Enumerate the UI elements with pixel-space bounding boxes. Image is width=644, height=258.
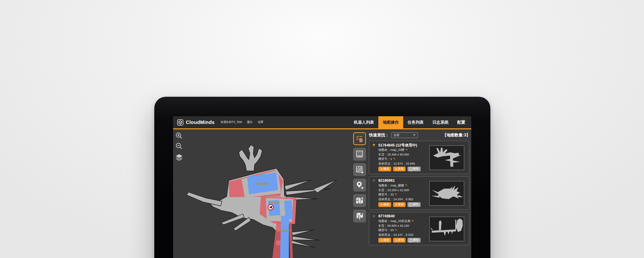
cloudminds-logo-icon xyxy=(177,119,183,126)
edit-pencil-icon: ✎ xyxy=(395,203,397,206)
field-label: 坐标原点： xyxy=(378,162,393,165)
map-card: ★ 51764845 (12号使用中) 地图名：map_33楼✎ 长宽：25.4… xyxy=(369,141,469,174)
field-value: map_33楼 xyxy=(390,148,405,152)
copy-map-button[interactable]: ✎复制 xyxy=(393,238,406,243)
delete-icon xyxy=(410,168,412,171)
map-filter-value: 全部 xyxy=(393,133,399,137)
map-list-panel: 快速查找： 全部 【地图数量:3】 ★ 51764845 (12号使用中) xyxy=(369,132,470,248)
edit-pencil-icon: ✎ xyxy=(395,239,397,242)
field-value: 14.204，5.952 xyxy=(393,198,413,201)
field-label: 坐标原点： xyxy=(378,198,393,201)
tab-robot-list[interactable]: 机器人列表 xyxy=(350,116,378,128)
map-id: 87749840 xyxy=(378,214,395,218)
delete-icon xyxy=(410,203,412,206)
map-thumbnail[interactable] xyxy=(429,145,464,170)
tab-map-operation[interactable]: 地图操作 xyxy=(378,116,403,128)
map-thumbnail[interactable] xyxy=(429,181,464,206)
field-label: 地图名： xyxy=(378,184,390,187)
app-screen: CloudMinds 欢迎BJDT2_Test 退出 全屏 机器人列表 地图操作… xyxy=(173,116,471,258)
map-upload-icon xyxy=(355,212,364,220)
map-card-title: 51764845 (12号使用中) xyxy=(378,143,417,148)
measure-area-button[interactable] xyxy=(353,148,366,161)
edit-pencil-icon: ✎ xyxy=(380,203,383,206)
field-value: 1 xyxy=(390,157,392,161)
webcam-dot xyxy=(322,106,323,108)
field-value: 34.247，8.533 xyxy=(393,233,413,236)
edit-pencil-icon[interactable]: ✎ xyxy=(405,184,408,187)
tab-config[interactable]: 配置 xyxy=(453,116,470,128)
session-bar: 欢迎BJDT2_Test 退出 全屏 xyxy=(221,120,263,124)
map-upload-button[interactable] xyxy=(353,210,366,222)
edit-map-button[interactable]: ✎修改 xyxy=(378,202,391,207)
area-label-2: 8.614m² xyxy=(269,201,280,204)
logout-link[interactable]: 退出 xyxy=(247,120,253,124)
map-in-use-badge: (12号使用中) xyxy=(396,143,417,147)
fullscreen-link[interactable]: 全屏 xyxy=(258,120,263,124)
map-thumbnail[interactable] xyxy=(429,217,464,241)
robot-marker[interactable] xyxy=(268,205,273,210)
area-label-1: 40.519m² xyxy=(256,182,269,185)
map-spike-left xyxy=(186,192,222,206)
map-card: ☆ 87749840 地图名：map_33层走廊✎ 长宽：56.600 x 25… xyxy=(369,212,469,245)
map-count-label: 【地图数量:3】 xyxy=(442,132,470,138)
map-card-star-1[interactable]: ☆ xyxy=(372,178,376,183)
copy-map-button[interactable]: ✎复制 xyxy=(393,202,406,207)
map-card-title: 82186961 xyxy=(378,178,395,182)
map-filter-select[interactable]: 全部 xyxy=(391,132,418,138)
map-thumbnail-image xyxy=(430,181,464,205)
map-card-fields: 地图名：map_腿腿✎ 长宽：23.200 x 22.900 楼层号：33✎ 坐… xyxy=(378,183,413,202)
room-area-corridor xyxy=(280,216,289,258)
edit-map-button[interactable]: ✎修改 xyxy=(378,238,391,243)
virtual-wall-add-icon xyxy=(355,165,364,174)
map-card: ☆ 82186961 地图名：map_腿腿✎ 长宽：23.200 x 22.90… xyxy=(369,176,469,210)
edit-pencil-icon[interactable]: ✎ xyxy=(412,219,414,223)
edit-pencil-icon: ✎ xyxy=(395,168,397,171)
poi-task-list-icon xyxy=(355,134,364,143)
delete-map-button[interactable]: 删除 xyxy=(408,238,421,243)
edit-pencil-icon[interactable]: ✎ xyxy=(393,157,396,161)
main-area: 40.519m² 8.614m² 80.215m² xyxy=(173,129,471,258)
map-id: 82186961 xyxy=(378,178,395,182)
map-card-star-0[interactable]: ★ xyxy=(372,142,376,147)
quick-search-label: 快速查找： xyxy=(369,132,389,138)
map-card-title: 87749840 xyxy=(378,214,395,218)
map-card-fields: 地图名：map_33楼✎ 长宽：25.400 x 50.000 楼层号：1✎ 坐… xyxy=(378,148,415,166)
map-marker-button[interactable] xyxy=(353,194,366,207)
area-label-3: 80.215m² xyxy=(278,229,291,232)
zoom-in-icon[interactable] xyxy=(175,132,183,139)
field-label: 长宽： xyxy=(378,188,387,192)
copy-map-button[interactable]: ✎复制 xyxy=(393,167,406,171)
field-label: 长宽： xyxy=(378,153,387,156)
edit-pencil-icon[interactable]: ✎ xyxy=(395,228,397,232)
delete-map-button[interactable]: 删除 xyxy=(408,167,421,171)
measure-area-icon xyxy=(355,150,364,159)
edit-pencil-icon[interactable]: ✎ xyxy=(406,148,408,152)
tab-task-list[interactable]: 任务列表 xyxy=(403,116,428,128)
map-card-star-2[interactable]: ☆ xyxy=(372,214,376,218)
map-blob-top xyxy=(239,145,262,171)
field-label: 楼层号： xyxy=(378,193,390,196)
virtual-wall-add-button[interactable] xyxy=(353,163,366,176)
tab-log-system[interactable]: 日志系统 xyxy=(428,116,453,128)
edit-pencil-icon: ✎ xyxy=(380,239,383,242)
map-card-buttons: ✎修改 ✎复制 删除 xyxy=(378,202,421,207)
edit-map-button[interactable]: ✎修改 xyxy=(378,167,391,171)
poi-task-list-button[interactable] xyxy=(353,132,366,145)
poi-add-icon xyxy=(355,181,364,189)
map-thumbnail-image xyxy=(430,146,464,170)
field-label: 地图名： xyxy=(378,148,390,152)
field-label: 地图名： xyxy=(378,219,390,223)
map-marker-icon xyxy=(355,196,364,205)
field-value: 33 xyxy=(390,193,394,196)
brand: CloudMinds xyxy=(177,119,215,126)
edit-pencil-icon[interactable]: ✎ xyxy=(395,193,397,196)
delete-map-button[interactable]: 删除 xyxy=(408,202,421,207)
layers-icon[interactable] xyxy=(175,154,183,161)
map-card-fields: 地图名：map_33层走廊✎ 长宽：56.600 x 25.100 楼层号：33… xyxy=(378,219,414,237)
delete-icon xyxy=(410,239,412,242)
poi-add-button[interactable] xyxy=(353,179,366,191)
zoom-out-icon[interactable] xyxy=(175,142,183,150)
field-label: 长宽： xyxy=(378,224,387,227)
welcome-text: 欢迎BJDT2_Test xyxy=(221,120,242,124)
nav-tabs: 机器人列表 地图操作 任务列表 日志系统 配置 xyxy=(350,116,470,128)
